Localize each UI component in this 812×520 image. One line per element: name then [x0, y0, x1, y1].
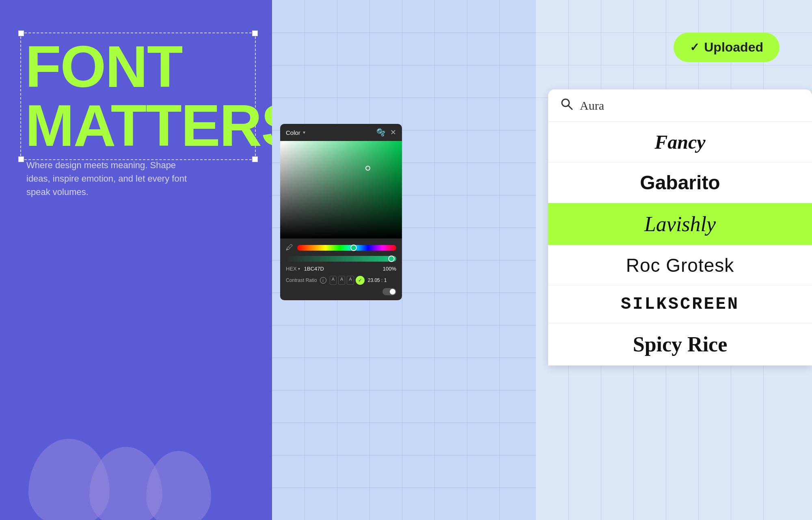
middle-panel: Color ▾ 🫧 ✕ 🖊	[272, 0, 536, 520]
color-picker[interactable]: Color ▾ 🫧 ✕ 🖊	[280, 124, 402, 300]
color-picker-controls: 🖊 HEX ▾ 1BC47D 100% Con	[280, 238, 402, 300]
search-icon	[560, 98, 573, 113]
svg-line-1	[568, 106, 572, 109]
search-input[interactable]: Aura	[580, 99, 604, 113]
opacity-cursor	[388, 256, 395, 262]
color-picker-chevron[interactable]: ▾	[303, 130, 305, 135]
opacity-slider-row	[286, 256, 396, 262]
uploaded-badge[interactable]: ✓ Uploaded	[674, 32, 780, 62]
font-name-spicyrice: Spicy Rice	[633, 332, 728, 356]
contrast-row: Contrast Ratio i A A A ✓ 23.05 : 1	[286, 276, 396, 295]
hex-chevron[interactable]: ▾	[298, 266, 300, 271]
subtitle-text: Where design meets meaning. Shape ideas,…	[26, 158, 189, 199]
handle-top-right[interactable]	[252, 30, 258, 36]
handle-bottom-left[interactable]	[18, 156, 24, 162]
text-selection-box[interactable]: FONT MATTERS	[20, 32, 256, 160]
aaa-badge-2: A	[338, 276, 345, 285]
font-name-rocgrotesk: Roc Grotesk	[626, 254, 734, 276]
font-item-silkscreen[interactable]: SILKSCREEN	[548, 286, 812, 323]
hex-row: HEX ▾ 1BC47D 100%	[286, 266, 396, 272]
uploaded-label: Uploaded	[704, 40, 763, 55]
hex-value[interactable]: 1BC47D	[304, 266, 379, 272]
uploaded-check-icon: ✓	[690, 41, 699, 54]
font-item-fancy[interactable]: Fancy	[548, 122, 812, 162]
font-name-silkscreen: SILKSCREEN	[621, 295, 739, 314]
hue-slider[interactable]	[297, 245, 396, 251]
font-name-gabarito: Gabarito	[640, 171, 720, 194]
gradient-cursor[interactable]	[365, 166, 370, 171]
aaa-badge-3: A	[347, 276, 354, 285]
close-icon[interactable]: ✕	[390, 128, 396, 137]
aaa-badge-1: A	[330, 276, 337, 285]
search-row: Aura	[548, 89, 812, 122]
eyedropper-icon[interactable]: 🖊	[286, 243, 293, 252]
left-panel: FONT MATTERS Where design meets meaning.…	[0, 0, 272, 520]
blob-3	[146, 451, 211, 520]
opacity-slider[interactable]	[286, 256, 396, 262]
handle-bottom-right[interactable]	[252, 156, 258, 162]
opacity-value: 100%	[383, 266, 396, 272]
contrast-label: Contrast Ratio i	[286, 277, 326, 284]
hex-label[interactable]: HEX ▾	[286, 266, 300, 272]
handle-top-left[interactable]	[18, 30, 24, 36]
font-item-spicyrice[interactable]: Spicy Rice	[548, 323, 812, 366]
water-drop-icon[interactable]: 🫧	[376, 128, 385, 137]
color-picker-title-row: Color ▾	[286, 129, 305, 136]
hue-slider-row: 🖊	[286, 243, 396, 252]
font-item-lavishly[interactable]: Lavishly	[548, 203, 812, 245]
toggle-knob	[390, 289, 395, 295]
color-picker-title: Color	[286, 129, 300, 136]
contrast-ratio: 23.05 : 1	[368, 277, 387, 283]
font-item-rocgrotesk[interactable]: Roc Grotesk	[548, 245, 812, 286]
font-list: Aura Fancy Gabarito Lavishly Roc Grotesk…	[548, 89, 812, 366]
color-gradient-area[interactable]	[280, 141, 402, 238]
aaa-badges: A A A ✓	[330, 276, 365, 285]
main-title: FONT MATTERS	[25, 37, 251, 155]
font-name-lavishly: Lavishly	[644, 212, 716, 236]
font-name-fancy: Fancy	[654, 131, 705, 153]
info-icon[interactable]: i	[320, 277, 326, 284]
right-panel: ✓ Uploaded Aura Fancy Gabarito Lavishly …	[536, 0, 812, 520]
color-picker-header: Color ▾ 🫧 ✕	[280, 124, 402, 141]
contrast-toggle[interactable]	[382, 288, 396, 295]
font-item-gabarito[interactable]: Gabarito	[548, 162, 812, 203]
check-circle: ✓	[356, 276, 365, 285]
hue-cursor	[350, 245, 357, 251]
